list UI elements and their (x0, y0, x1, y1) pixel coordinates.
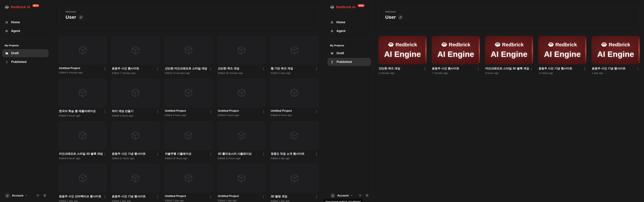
project-card[interactable]: 웹 기반 퀴즈 게임 Edited 1 hour ago (270, 36, 318, 74)
project-thumbnail[interactable] (164, 164, 212, 192)
project-card[interactable]: 영종도 맛집 소개 웹사이트 Edited 1 day ago (270, 121, 318, 160)
project-thumbnail[interactable] (112, 79, 160, 107)
beta-badge: BETA (32, 4, 39, 7)
project-card[interactable]: Untitled Project Edited 1 day ago (218, 164, 266, 202)
project-card[interactable]: 간단한 마인크래프트 스타일 게임 Edited 24 minutes ago (164, 36, 212, 74)
project-thumbnail-artwork[interactable]: Redbrick AI Engine (485, 36, 533, 64)
project-title: 하키 게임 만들기 (112, 109, 134, 113)
artwork-brand-row: Redbrick (388, 42, 417, 47)
sidebar-item-agent[interactable]: Agent (327, 27, 371, 34)
kebab-menu-icon[interactable] (209, 195, 212, 199)
kebab-menu-icon[interactable] (209, 67, 212, 71)
kebab-menu-icon[interactable] (262, 67, 265, 71)
project-card[interactable]: 윤동주 시인 인터랙티브 웹사이트 Edited 1 day ago (59, 164, 107, 202)
project-card[interactable]: Untitled Project Edited 4 hours ago (270, 79, 318, 117)
sidebar-item-published[interactable]: Published (327, 58, 371, 66)
kebab-menu-icon[interactable] (209, 110, 212, 114)
project-thumbnail[interactable] (112, 36, 160, 64)
project-thumbnail[interactable] (164, 36, 212, 64)
project-card[interactable]: Redbrick AI Engine 마인크래프트 스타일 3D 블록 게임 6… (485, 36, 533, 74)
project-card[interactable]: 윤동주 시인 웹사이트 Edited 7 minutes ago (112, 36, 160, 74)
project-card[interactable]: 윤동주 시인 기념 웹사이트 Edited 1 day ago (112, 164, 160, 202)
project-thumbnail[interactable] (218, 164, 266, 192)
project-card[interactable]: 3D 볼링 게임 Edited 1 day ago (270, 164, 318, 202)
kebab-menu-icon[interactable] (636, 67, 640, 71)
project-card[interactable]: Redbrick AI Engine 윤동주 시인 웹사이트 7 minutes… (432, 36, 480, 74)
project-thumbnail[interactable] (164, 121, 212, 150)
kebab-menu-icon[interactable] (424, 67, 426, 71)
kebab-menu-icon[interactable] (583, 67, 586, 71)
projects-nav: Draft Published (325, 49, 373, 66)
project-thumbnail[interactable] (59, 164, 107, 192)
project-thumbnail[interactable] (270, 79, 318, 107)
language-globe-icon[interactable] (43, 194, 46, 198)
project-title: Untitled Project (218, 195, 239, 198)
kebab-menu-icon[interactable] (156, 67, 159, 71)
project-thumbnail-artwork[interactable]: Redbrick AI Engine (378, 36, 427, 64)
kebab-menu-icon[interactable] (104, 195, 106, 199)
kebab-menu-icon[interactable] (209, 153, 212, 157)
kebab-menu-icon[interactable] (262, 153, 265, 157)
project-thumbnail[interactable] (164, 79, 212, 107)
project-thumbnail[interactable] (112, 164, 160, 192)
project-card[interactable]: Untitled Project Edited 4 hours ago (164, 79, 212, 117)
sidebar-item-home[interactable]: Home (327, 19, 371, 26)
theme-sun-icon[interactable] (36, 194, 40, 198)
sidebar-item-home[interactable]: Home (2, 19, 49, 26)
account-row[interactable]: Account (0, 193, 51, 198)
project-thumbnail[interactable] (270, 164, 318, 192)
project-thumbnail[interactable] (112, 121, 160, 150)
kebab-menu-icon[interactable] (104, 153, 106, 157)
sidebar-item-draft[interactable]: Draft (2, 49, 49, 57)
kebab-menu-icon[interactable] (156, 195, 159, 199)
project-card[interactable]: 한국어 학습 웹 애플리케이션 Edited 3 hours ago (59, 79, 107, 117)
project-card[interactable]: Untitled Project Edited 1 day ago (164, 164, 212, 202)
kebab-menu-icon[interactable] (315, 110, 318, 114)
project-card[interactable]: 마인크래프트 스타일 3D 블록 게임 Edited 6 hours ago (59, 121, 107, 160)
project-thumbnail[interactable] (59, 79, 107, 107)
project-thumbnail[interactable] (270, 121, 318, 150)
kebab-menu-icon[interactable] (315, 153, 318, 157)
project-thumbnail[interactable] (218, 121, 266, 150)
project-thumbnail[interactable] (59, 36, 107, 64)
edit-username-button[interactable] (398, 15, 403, 20)
project-title: 웹 기반 퀴즈 게임 (271, 67, 293, 70)
kebab-menu-icon[interactable] (315, 67, 318, 71)
project-thumbnail-artwork[interactable]: Redbrick AI Engine (432, 36, 480, 64)
project-thumbnail[interactable] (270, 36, 318, 64)
project-thumbnail[interactable] (59, 121, 107, 150)
kebab-menu-icon[interactable] (477, 67, 480, 71)
kebab-menu-icon[interactable] (104, 67, 106, 71)
app-logo[interactable]: Redbrick AI BETA (325, 5, 373, 9)
kebab-menu-icon[interactable] (262, 195, 265, 199)
project-card[interactable]: Redbrick AI Engine 윤동주 시인 기념 웹사이트 1 day … (592, 36, 640, 74)
account-row[interactable]: Account (325, 193, 373, 198)
project-card[interactable]: 윤동주 시인 기념 웹사이트 Edited 11 hours ago (112, 121, 160, 160)
kebab-menu-icon[interactable] (530, 67, 533, 71)
project-card[interactable]: 간단한 퀴즈 게임 Edited 28 minutes ago (218, 36, 266, 74)
sidebar-item-draft[interactable]: Draft (327, 49, 371, 57)
kebab-menu-icon[interactable] (104, 110, 106, 114)
project-thumbnail[interactable] (218, 79, 266, 107)
project-card[interactable]: 하키 게임 만들기 Edited 4 hours ago (112, 79, 160, 117)
project-thumbnail[interactable] (218, 36, 266, 64)
project-card[interactable]: Redbrick AI Engine 윤동주 시인 기념 웹사이트 11 hou… (538, 36, 586, 74)
kebab-menu-icon[interactable] (262, 110, 265, 114)
sidebar-item-agent[interactable]: Agent (2, 27, 49, 34)
kebab-menu-icon[interactable] (315, 195, 318, 199)
kebab-menu-icon[interactable] (156, 110, 159, 114)
project-card-text: 웹 기반 퀴즈 게임 Edited 1 hour ago (271, 67, 293, 74)
project-card[interactable]: Untitled Project Edited 4 hours ago (218, 79, 266, 117)
edit-username-button[interactable] (78, 15, 84, 20)
language-globe-icon[interactable] (366, 194, 368, 198)
project-card[interactable]: Redbrick AI Engine 간단한 퀴즈 게임 2 minutes a… (378, 36, 427, 74)
app-logo[interactable]: Redbrick AI BETA (0, 5, 51, 9)
project-thumbnail-artwork[interactable]: Redbrick AI Engine (538, 36, 586, 64)
project-thumbnail-artwork[interactable]: Redbrick AI Engine (592, 36, 640, 64)
kebab-menu-icon[interactable] (156, 153, 159, 157)
theme-sun-icon[interactable] (358, 194, 362, 198)
project-card[interactable]: 3D 롤러코스터 시뮬레이션 Edited 23 hours ago (218, 121, 266, 160)
project-card[interactable]: 자율주행 시뮬레이션 Edited 22 hours ago (164, 121, 212, 160)
project-card[interactable]: Untitled Project Edited 3 minutes ago (59, 36, 107, 74)
sidebar-item-published[interactable]: Published (2, 58, 49, 66)
